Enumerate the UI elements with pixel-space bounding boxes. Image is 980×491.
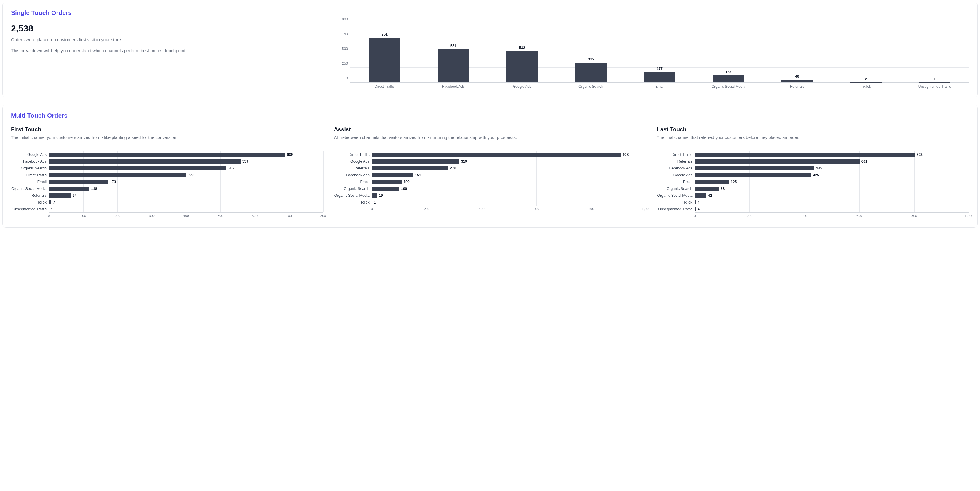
y-category-label: Direct Traffic: [657, 153, 695, 157]
bar-row: Referrals278: [334, 165, 646, 172]
bar-value-label: 118: [91, 187, 97, 191]
y-category-label: Google Ads: [657, 173, 695, 177]
bar: [369, 38, 401, 83]
bar-slot: 2: [832, 24, 900, 83]
last-touch-desc: The final channel that referred your cus…: [657, 135, 969, 147]
bar-value-label: 173: [110, 180, 116, 184]
y-category-label: Direct Traffic: [334, 153, 372, 157]
y-category-label: Email: [657, 180, 695, 184]
bar-row: Unsegmented Traffic1: [11, 206, 323, 213]
x-tick: 800: [320, 214, 326, 218]
bar-row: Direct Traffic802: [657, 151, 969, 158]
first-touch-chart: Google Ads689Facebook Ads559Organic Sear…: [11, 151, 323, 219]
single-touch-summary: 2,538 Orders were placed on customers fi…: [11, 24, 327, 89]
bar: [372, 173, 414, 177]
bar: [372, 159, 459, 164]
bar-value-label: 177: [657, 67, 663, 71]
bar-row: Email125: [657, 178, 969, 185]
assist-section: Assist All in-between channels that visi…: [334, 126, 646, 219]
bar-slot: 177: [625, 24, 694, 83]
bar-value-label: 802: [916, 153, 923, 157]
bar-value-label: 516: [228, 166, 234, 170]
bar-row: Email109: [334, 178, 646, 185]
bar-value-label: 1: [374, 200, 376, 205]
bar: [49, 200, 51, 205]
bar: [506, 51, 538, 83]
x-category-label: Email: [625, 83, 694, 89]
bar-row: Direct Traffic399: [11, 172, 323, 178]
x-tick: 200: [115, 214, 120, 218]
bar: [695, 166, 814, 170]
y-category-label: Organic Social Media: [11, 187, 49, 191]
bar: [49, 194, 71, 198]
bar: [372, 187, 399, 191]
x-tick: 1,000: [642, 207, 651, 211]
bar: [49, 187, 89, 191]
bar: [575, 62, 607, 83]
bar-value-label: 2: [865, 77, 867, 81]
bar: [372, 180, 402, 184]
x-category-label: TikTok: [832, 83, 900, 89]
x-tick: 500: [218, 214, 223, 218]
x-tick: 400: [183, 214, 189, 218]
x-tick: 0: [371, 207, 372, 211]
x-tick: 1,000: [965, 214, 974, 218]
y-tick: 750: [336, 32, 348, 36]
bar-value-label: 278: [450, 166, 456, 170]
bar-value-label: 64: [73, 194, 76, 198]
bar-value-label: 1: [51, 207, 53, 211]
bar-row: TikTok1: [334, 199, 646, 206]
y-category-label: Unsegmented Traffic: [11, 207, 49, 211]
x-tick: 800: [589, 207, 594, 211]
x-category-label: Facebook Ads: [419, 83, 488, 89]
y-category-label: Organic Social Media: [657, 194, 695, 198]
bar: [49, 180, 108, 184]
bar-value-label: 46: [795, 75, 799, 78]
y-category-label: TikTok: [657, 200, 695, 205]
bar-row: Referrals601: [657, 158, 969, 165]
bar-value-label: 1: [934, 77, 936, 81]
bar-value-label: 435: [816, 166, 822, 170]
bar: [695, 153, 915, 157]
y-tick: 500: [336, 47, 348, 51]
bar-value-label: 559: [242, 159, 248, 164]
y-category-label: Referrals: [11, 194, 49, 198]
bar-row: Organic Search516: [11, 165, 323, 172]
bar-value-label: 761: [382, 32, 388, 37]
multi-touch-card: Multi Touch Orders First Touch The initi…: [2, 105, 978, 227]
y-category-label: Organic Search: [11, 166, 49, 170]
bar-value-label: 399: [188, 173, 194, 177]
y-category-label: TikTok: [334, 200, 372, 205]
single-touch-subtext-1: Orders were placed on customers first vi…: [11, 37, 327, 43]
bar-slot: 561: [419, 24, 488, 83]
bar-row: Google Ads689: [11, 151, 323, 158]
y-category-label: Google Ads: [334, 159, 372, 164]
x-tick: 600: [252, 214, 258, 218]
bar: [781, 80, 813, 83]
x-tick: 300: [149, 214, 155, 218]
x-category-label: Organic Social Media: [694, 83, 763, 89]
y-category-label: Referrals: [334, 166, 372, 170]
single-touch-count: 2,538: [11, 24, 327, 33]
y-tick: 0: [336, 76, 348, 80]
bar-value-label: 4: [698, 200, 700, 205]
bar-value-label: 125: [731, 180, 737, 184]
bar-row: Organic Social Media19: [334, 192, 646, 199]
last-touch-chart: Direct Traffic802Referrals601Facebook Ad…: [657, 151, 969, 219]
single-touch-title: Single Touch Orders: [11, 9, 969, 16]
bar-value-label: 123: [725, 70, 731, 74]
y-category-label: Unsegmented Traffic: [657, 207, 695, 211]
bar: [49, 166, 226, 170]
bar-value-label: 19: [379, 194, 383, 198]
bar: [695, 180, 729, 184]
single-touch-chart: 025050075010007615615323351771234621Dire…: [336, 24, 969, 89]
assist-title: Assist: [334, 126, 646, 133]
bar-row: Organic Search100: [334, 185, 646, 192]
bar-value-label: 561: [450, 44, 457, 48]
first-touch-section: First Touch The initial channel your cus…: [11, 126, 323, 219]
y-category-label: Facebook Ads: [657, 166, 695, 170]
bar: [49, 173, 186, 177]
bar-slot: 335: [557, 24, 625, 83]
bar-slot: 532: [488, 24, 557, 83]
y-category-label: Google Ads: [11, 153, 49, 157]
